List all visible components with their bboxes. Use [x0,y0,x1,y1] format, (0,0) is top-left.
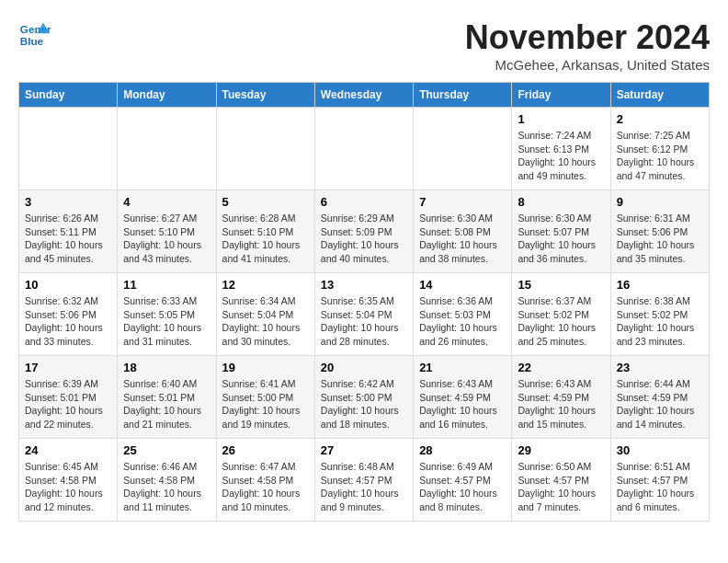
day-info: Sunrise: 6:43 AMSunset: 4:59 PMDaylight:… [419,377,506,431]
day-info: Sunrise: 6:31 AMSunset: 5:06 PMDaylight:… [617,212,703,266]
day-cell: 10Sunrise: 6:32 AMSunset: 5:06 PMDayligh… [19,273,118,356]
day-cell: 16Sunrise: 6:38 AMSunset: 5:02 PMDayligh… [610,273,709,356]
day-info: Sunrise: 6:49 AMSunset: 4:57 PMDaylight:… [419,460,506,514]
day-info: Sunrise: 6:41 AMSunset: 5:00 PMDaylight:… [222,377,309,431]
day-info: Sunrise: 6:28 AMSunset: 5:10 PMDaylight:… [222,212,309,266]
day-info: Sunrise: 6:38 AMSunset: 5:02 PMDaylight:… [617,294,703,349]
weekday-header-wednesday: Wednesday [314,83,413,108]
day-cell: 26Sunrise: 6:47 AMSunset: 4:58 PMDayligh… [216,439,314,522]
day-number: 17 [25,361,111,374]
day-info: Sunrise: 6:44 AMSunset: 4:59 PMDaylight:… [617,377,703,431]
day-cell [19,108,118,190]
day-number: 6 [321,195,407,209]
day-number: 12 [222,278,309,292]
day-cell: 21Sunrise: 6:43 AMSunset: 4:59 PMDayligh… [414,356,512,439]
day-cell: 30Sunrise: 6:51 AMSunset: 4:57 PMDayligh… [610,439,709,522]
day-cell: 25Sunrise: 6:46 AMSunset: 4:58 PMDayligh… [118,439,216,522]
day-number: 25 [123,443,210,457]
logo-icon: General Blue [18,18,51,52]
day-info: Sunrise: 6:47 AMSunset: 4:58 PMDaylight:… [222,460,309,514]
day-cell [414,108,512,190]
day-cell: 6Sunrise: 6:29 AMSunset: 5:09 PMDaylight… [314,190,413,273]
day-number: 14 [419,278,506,292]
day-info: Sunrise: 6:30 AMSunset: 5:07 PMDaylight:… [518,212,604,266]
day-number: 19 [222,361,309,374]
day-info: Sunrise: 6:40 AMSunset: 5:01 PMDaylight:… [123,377,210,431]
day-number: 23 [617,361,703,374]
day-number: 7 [419,195,506,209]
day-cell: 11Sunrise: 6:33 AMSunset: 5:05 PMDayligh… [118,273,216,356]
day-info: Sunrise: 6:51 AMSunset: 4:57 PMDaylight:… [617,460,703,514]
day-cell: 1Sunrise: 7:24 AMSunset: 6:13 PMDaylight… [512,108,610,190]
day-info: Sunrise: 6:45 AMSunset: 4:58 PMDaylight:… [25,460,111,514]
week-row-2: 3Sunrise: 6:26 AMSunset: 5:11 PMDaylight… [19,190,710,273]
day-info: Sunrise: 6:33 AMSunset: 5:05 PMDaylight:… [123,294,210,349]
day-info: Sunrise: 6:26 AMSunset: 5:11 PMDaylight:… [25,212,111,266]
day-cell [314,108,413,190]
weekday-header-saturday: Saturday [610,83,709,108]
page-header: General Blue November 2024 McGehee, Arka… [18,18,710,73]
day-cell: 24Sunrise: 6:45 AMSunset: 4:58 PMDayligh… [19,439,118,522]
weekday-header-tuesday: Tuesday [216,83,314,108]
day-cell: 15Sunrise: 6:37 AMSunset: 5:02 PMDayligh… [512,273,610,356]
day-cell: 4Sunrise: 6:27 AMSunset: 5:10 PMDaylight… [118,190,216,273]
day-info: Sunrise: 6:39 AMSunset: 5:01 PMDaylight:… [25,377,111,431]
day-info: Sunrise: 7:24 AMSunset: 6:13 PMDaylight:… [518,129,604,183]
day-cell: 18Sunrise: 6:40 AMSunset: 5:01 PMDayligh… [118,356,216,439]
day-cell: 20Sunrise: 6:42 AMSunset: 5:00 PMDayligh… [314,356,413,439]
day-cell: 23Sunrise: 6:44 AMSunset: 4:59 PMDayligh… [610,356,709,439]
day-cell: 12Sunrise: 6:34 AMSunset: 5:04 PMDayligh… [216,273,314,356]
day-number: 1 [518,112,604,126]
week-row-1: 1Sunrise: 7:24 AMSunset: 6:13 PMDaylight… [19,108,710,190]
day-cell: 9Sunrise: 6:31 AMSunset: 5:06 PMDaylight… [610,190,709,273]
day-info: Sunrise: 6:35 AMSunset: 5:04 PMDaylight:… [321,294,407,349]
day-cell: 19Sunrise: 6:41 AMSunset: 5:00 PMDayligh… [216,356,314,439]
day-info: Sunrise: 6:42 AMSunset: 5:00 PMDaylight:… [321,377,407,431]
day-cell: 7Sunrise: 6:30 AMSunset: 5:08 PMDaylight… [414,190,512,273]
day-number: 5 [222,195,309,209]
day-cell: 8Sunrise: 6:30 AMSunset: 5:07 PMDaylight… [512,190,610,273]
calendar-table: SundayMondayTuesdayWednesdayThursdayFrid… [18,82,710,522]
day-cell: 29Sunrise: 6:50 AMSunset: 4:57 PMDayligh… [512,439,610,522]
day-info: Sunrise: 6:32 AMSunset: 5:06 PMDaylight:… [25,294,111,349]
day-cell: 13Sunrise: 6:35 AMSunset: 5:04 PMDayligh… [314,273,413,356]
day-cell [216,108,314,190]
day-number: 11 [123,278,210,292]
day-info: Sunrise: 6:29 AMSunset: 5:09 PMDaylight:… [321,212,407,266]
day-number: 10 [25,278,111,292]
weekday-header-sunday: Sunday [19,83,118,108]
weekday-header-monday: Monday [118,83,216,108]
day-info: Sunrise: 6:46 AMSunset: 4:58 PMDaylight:… [123,460,210,514]
week-row-3: 10Sunrise: 6:32 AMSunset: 5:06 PMDayligh… [19,273,710,356]
day-info: Sunrise: 6:50 AMSunset: 4:57 PMDaylight:… [518,460,604,514]
day-cell: 5Sunrise: 6:28 AMSunset: 5:10 PMDaylight… [216,190,314,273]
day-info: Sunrise: 6:34 AMSunset: 5:04 PMDaylight:… [222,294,309,349]
day-info: Sunrise: 6:36 AMSunset: 5:03 PMDaylight:… [419,294,506,349]
day-number: 16 [617,278,703,292]
day-number: 24 [25,443,111,457]
day-number: 29 [518,443,604,457]
day-info: Sunrise: 6:30 AMSunset: 5:08 PMDaylight:… [419,212,506,266]
day-number: 20 [321,361,407,374]
weekday-header-friday: Friday [512,83,610,108]
day-number: 13 [321,278,407,292]
day-number: 21 [419,361,506,374]
day-number: 3 [25,195,111,209]
day-number: 4 [123,195,210,209]
location-title: McGehee, Arkansas, United States [465,57,710,73]
day-cell: 2Sunrise: 7:25 AMSunset: 6:12 PMDaylight… [610,108,709,190]
day-cell: 28Sunrise: 6:49 AMSunset: 4:57 PMDayligh… [414,439,512,522]
day-info: Sunrise: 7:25 AMSunset: 6:12 PMDaylight:… [617,129,703,183]
week-row-4: 17Sunrise: 6:39 AMSunset: 5:01 PMDayligh… [19,356,710,439]
day-number: 2 [617,112,703,126]
day-cell [118,108,216,190]
day-info: Sunrise: 6:27 AMSunset: 5:10 PMDaylight:… [123,212,210,266]
day-info: Sunrise: 6:37 AMSunset: 5:02 PMDaylight:… [518,294,604,349]
day-number: 8 [518,195,604,209]
day-number: 15 [518,278,604,292]
weekday-header-thursday: Thursday [414,83,512,108]
day-number: 9 [617,195,703,209]
day-number: 30 [617,443,703,457]
day-number: 22 [518,361,604,374]
day-number: 18 [123,361,210,374]
